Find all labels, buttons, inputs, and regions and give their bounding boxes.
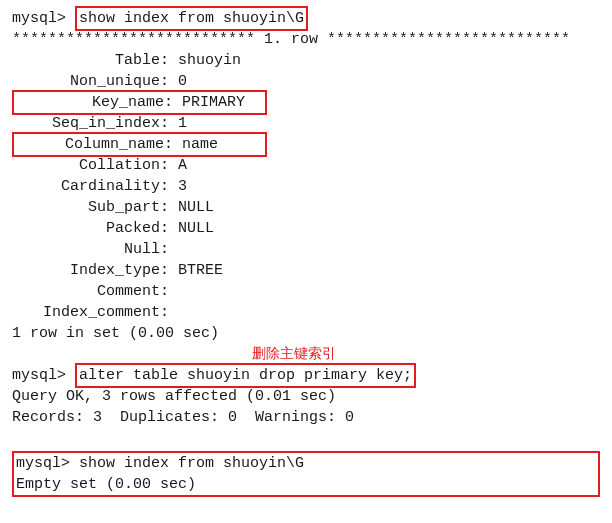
- result1: 1 row in set (0.00 sec): [12, 323, 600, 344]
- kv-keyname-box: Key_name: PRIMARY: [12, 90, 267, 115]
- kv-idxtype-val: BTREE: [178, 262, 223, 279]
- kv-cardinality-label: Cardinality: [12, 176, 160, 197]
- kv-colname-box: Column_name: name: [12, 132, 267, 157]
- kv-idxtype: Index_type: BTREE: [12, 260, 600, 281]
- kv-packed-val: NULL: [178, 220, 214, 237]
- kv-subpart: Sub_part: NULL: [12, 197, 600, 218]
- kv-comment-label: Comment: [12, 281, 160, 302]
- kv-null-label: Null: [12, 239, 160, 260]
- kv-nonunique-val: 0: [178, 73, 187, 90]
- kv-table-label: Table: [12, 50, 160, 71]
- prompt: mysql>: [12, 10, 66, 27]
- kv-idxtype-label: Index_type: [12, 260, 160, 281]
- line-cmd2: mysql> alter table shuoyin drop primary …: [12, 365, 600, 386]
- cmd1-text: show index from shuoyin\G: [79, 10, 304, 27]
- line-cmd3: mysql> show index from shuoyin\G: [16, 453, 596, 474]
- kv-seqinidx-val: 1: [178, 115, 187, 132]
- kv-null: Null:: [12, 239, 600, 260]
- result3: Empty set (0.00 sec): [16, 474, 596, 495]
- cmd2-box: alter table shuoyin drop primary key;: [75, 363, 416, 388]
- kv-colname-wrap: Column_name: name: [12, 134, 600, 155]
- kv-colname-label: Column_name: [16, 134, 164, 155]
- kv-seqinidx: Seq_in_index: 1: [12, 113, 600, 134]
- cmd1-box: show index from shuoyin\G: [75, 6, 308, 31]
- kv-cardinality-val: 3: [178, 178, 187, 195]
- cmd2-text: alter table shuoyin drop primary key;: [79, 367, 412, 384]
- kv-keyname-val: PRIMARY: [182, 94, 245, 111]
- kv-idxcomment: Index_comment:: [12, 302, 600, 323]
- kv-idxcomment-label: Index_comment: [12, 302, 160, 323]
- kv-nonunique: Non_unique: 0: [12, 71, 600, 92]
- result2a: Query OK, 3 rows affected (0.01 sec): [12, 386, 600, 407]
- cmd3-block-box: mysql> show index from shuoyin\G Empty s…: [12, 451, 600, 497]
- kv-seqinidx-label: Seq_in_index: [12, 113, 160, 134]
- kv-keyname-label: Key_name: [16, 92, 164, 113]
- kv-packed-label: Packed: [12, 218, 160, 239]
- kv-subpart-label: Sub_part: [12, 197, 160, 218]
- kv-table-val: shuoyin: [178, 52, 241, 69]
- kv-collation-val: A: [178, 157, 187, 174]
- kv-keyname-wrap: Key_name: PRIMARY: [12, 92, 600, 113]
- annotation-text: 删除主键索引: [252, 344, 336, 364]
- prompt2: mysql>: [12, 367, 66, 384]
- cmd3-text: show index from shuoyin\G: [79, 455, 304, 472]
- kv-collation: Collation: A: [12, 155, 600, 176]
- line-cmd1: mysql> show index from shuoyin\G: [12, 8, 600, 29]
- kv-cardinality: Cardinality: 3: [12, 176, 600, 197]
- annotation-line: 删除主键索引: [12, 344, 600, 365]
- kv-colname-val: name: [182, 136, 218, 153]
- row-sep: *************************** 1. row *****…: [12, 29, 600, 50]
- result2b: Records: 3 Duplicates: 0 Warnings: 0: [12, 407, 600, 428]
- kv-table: Table: shuoyin: [12, 50, 600, 71]
- blank2: [12, 499, 600, 520]
- prompt3: mysql>: [16, 455, 70, 472]
- kv-packed: Packed: NULL: [12, 218, 600, 239]
- kv-collation-label: Collation: [12, 155, 160, 176]
- kv-comment: Comment:: [12, 281, 600, 302]
- kv-subpart-val: NULL: [178, 199, 214, 216]
- blank1: [12, 428, 600, 449]
- kv-nonunique-label: Non_unique: [12, 71, 160, 92]
